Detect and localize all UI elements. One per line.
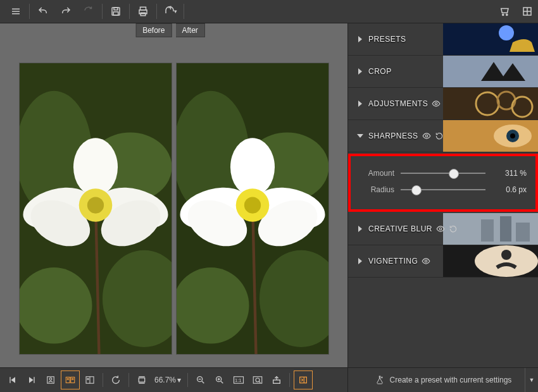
visibility-icon[interactable] <box>432 99 441 108</box>
export-up-button[interactable] <box>268 371 285 389</box>
section-crop[interactable]: CROP <box>348 56 538 88</box>
chevron-right-icon <box>358 258 362 264</box>
panel-toggle-button[interactable] <box>294 371 313 389</box>
svg-point-93 <box>501 250 511 260</box>
section-creative-blur[interactable]: CREATIVE BLUR <box>348 213 538 245</box>
visibility-icon[interactable] <box>436 224 445 233</box>
svg-rect-5 <box>113 12 118 15</box>
svg-rect-89 <box>516 223 530 242</box>
section-presets[interactable]: PRESETS <box>348 23 538 56</box>
print-button[interactable] <box>132 1 154 22</box>
svg-point-85 <box>439 228 442 230</box>
menu-button[interactable] <box>5 1 27 22</box>
svg-point-73 <box>499 25 514 40</box>
reset-icon[interactable] <box>435 132 444 140</box>
chevron-down-icon <box>357 134 363 138</box>
compare-labels: Before After <box>0 23 347 37</box>
section-sharpness[interactable]: SHARPNESS <box>348 120 538 152</box>
svg-line-67 <box>259 381 260 383</box>
svg-point-75 <box>435 102 437 105</box>
compare-panes <box>0 37 347 367</box>
chevron-right-icon <box>358 68 362 75</box>
svg-point-84 <box>510 133 515 138</box>
svg-point-90 <box>425 260 428 262</box>
svg-point-9 <box>503 14 504 15</box>
create-preset-more-button[interactable]: ▼ <box>525 368 538 392</box>
svg-line-60 <box>221 381 223 383</box>
actual-size-button[interactable]: 1:1 <box>230 371 247 389</box>
zoom-level[interactable]: 66.7% <box>154 376 176 384</box>
zoom-in-button[interactable] <box>211 371 228 389</box>
reset-icon[interactable] <box>449 224 458 233</box>
amount-slider[interactable] <box>401 173 485 174</box>
section-vignetting[interactable]: VIGNETTING <box>348 245 538 278</box>
next-image-button[interactable] <box>23 371 41 389</box>
svg-point-49 <box>72 378 73 379</box>
image-viewer: Before After <box>0 23 347 392</box>
visibility-icon[interactable] <box>422 257 430 266</box>
compare-view-button[interactable] <box>61 371 80 389</box>
svg-point-45 <box>49 378 52 381</box>
fit-button[interactable] <box>133 371 151 389</box>
visibility-icon[interactable] <box>422 132 431 140</box>
radius-row: Radius 0.6 px <box>360 181 527 198</box>
create-preset-button[interactable]: Create a preset with current settings ▼ <box>348 367 538 392</box>
svg-rect-87 <box>481 219 494 242</box>
section-title: ADJUSTMENTS <box>368 99 428 108</box>
panel-empty-area <box>348 278 538 367</box>
svg-rect-65 <box>253 377 262 384</box>
grid-button[interactable] <box>516 1 538 22</box>
section-title: VIGNETTING <box>368 257 418 266</box>
svg-point-26 <box>87 197 103 213</box>
separator <box>29 4 30 19</box>
separator <box>129 4 130 19</box>
svg-rect-53 <box>139 378 144 383</box>
after-image[interactable] <box>176 63 329 355</box>
split-view-button[interactable] <box>81 371 99 389</box>
redo-button[interactable] <box>55 1 77 22</box>
top-toolbar: ▾ <box>0 0 538 23</box>
cart-button[interactable] <box>494 1 515 22</box>
section-title: PRESETS <box>368 35 406 44</box>
svg-rect-4 <box>114 8 118 10</box>
zoom-dropdown-icon[interactable]: ▾ <box>177 376 181 384</box>
radius-slider[interactable] <box>401 189 485 190</box>
undo-button[interactable] <box>32 1 54 22</box>
svg-point-48 <box>67 378 68 379</box>
create-preset-label: Create a preset with current settings <box>390 376 512 384</box>
separator <box>156 4 157 19</box>
svg-line-57 <box>202 381 204 383</box>
rotate-button[interactable] <box>107 371 125 389</box>
sharpness-sliders: Amount 311 % Radius 0.6 px <box>348 154 538 212</box>
separator <box>128 373 129 387</box>
single-view-button[interactable] <box>42 371 59 389</box>
after-label: After <box>176 23 205 37</box>
amount-row: Amount 311 % <box>360 165 527 181</box>
section-adjustments[interactable]: ADJUSTMENTS <box>348 88 538 120</box>
flask-icon <box>375 375 385 385</box>
before-image[interactable] <box>19 63 172 355</box>
chevron-right-icon <box>358 36 362 42</box>
side-panel: PRESETS CROP ADJUSTMENTS SHARPNESS <box>347 23 538 392</box>
save-button[interactable] <box>105 1 127 22</box>
separator <box>184 4 184 19</box>
svg-point-39 <box>244 197 260 213</box>
prev-image-button[interactable] <box>4 371 22 389</box>
thumb-adjustments <box>443 88 538 119</box>
svg-point-24 <box>73 138 117 196</box>
section-title: SHARPNESS <box>368 132 418 140</box>
separator <box>289 373 290 387</box>
svg-marker-41 <box>11 377 15 383</box>
fit-screen-button[interactable] <box>249 371 266 389</box>
zoom-out-button[interactable] <box>192 371 210 389</box>
slider-thumb[interactable] <box>411 185 422 195</box>
share-button[interactable]: ▾ <box>160 1 181 22</box>
thumb-crop <box>443 56 538 87</box>
svg-point-10 <box>506 14 508 15</box>
repeat-button[interactable] <box>78 1 99 22</box>
section-title: CROP <box>368 67 392 76</box>
bottom-toolbar: 66.7% ▾ 1:1 <box>0 367 347 392</box>
slider-thumb[interactable] <box>449 169 459 179</box>
thumb-sharpness <box>443 120 538 152</box>
svg-point-66 <box>256 378 260 382</box>
